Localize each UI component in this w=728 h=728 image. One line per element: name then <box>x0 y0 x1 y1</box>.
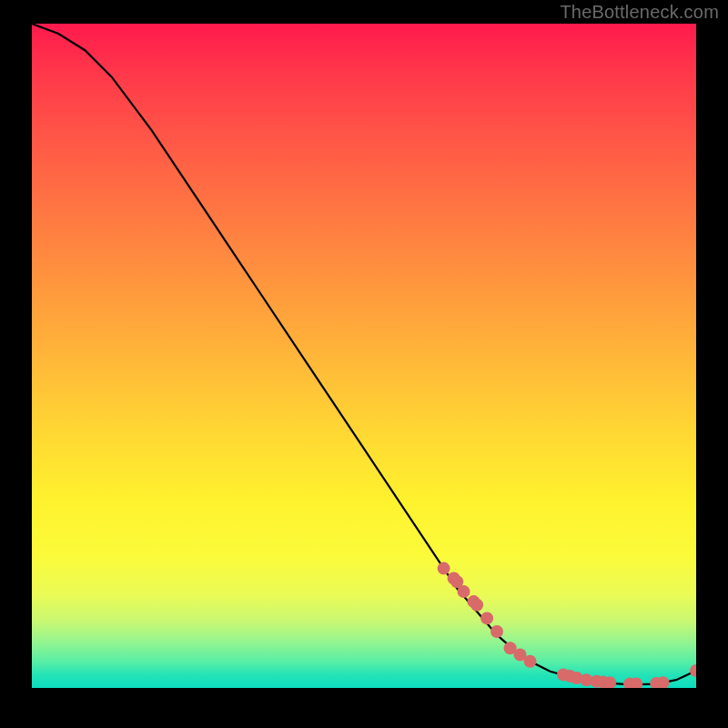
bottleneck-marker <box>480 612 493 624</box>
marker-group <box>438 562 696 688</box>
bottleneck-marker <box>490 625 503 638</box>
bottleneck-marker <box>458 585 470 598</box>
chart-frame: TheBottleneck.com <box>0 0 728 728</box>
bottleneck-marker <box>690 664 696 677</box>
bottleneck-marker <box>438 562 450 575</box>
chart-overlay <box>32 24 696 688</box>
watermark-text: TheBottleneck.com <box>560 2 719 23</box>
bottleneck-curve <box>32 24 696 684</box>
bottleneck-marker <box>470 599 483 612</box>
bottleneck-marker <box>524 655 537 668</box>
